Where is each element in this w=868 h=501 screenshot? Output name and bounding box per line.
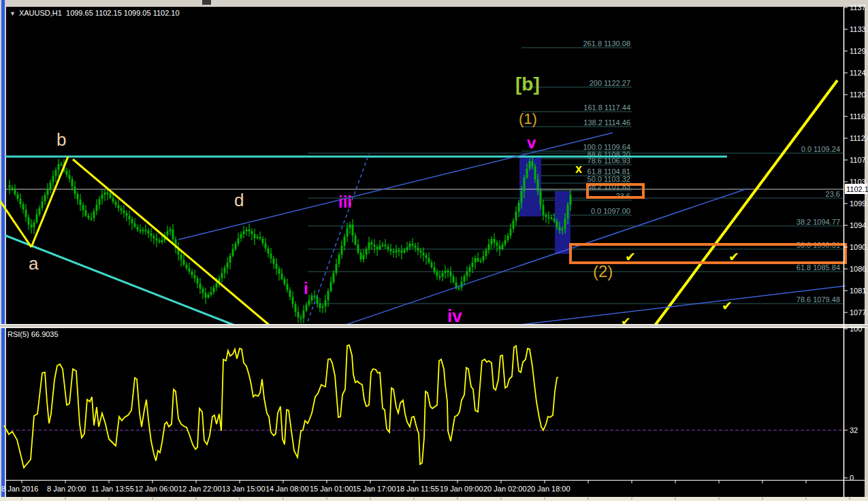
candle-body	[396, 251, 398, 253]
fib-level-label: 38.2 1094.77	[797, 218, 840, 226]
time-axis-label: 12 Jan 22:00	[178, 485, 222, 493]
candle-body	[477, 258, 479, 261]
candle-body	[145, 230, 147, 231]
candle-body	[347, 228, 349, 237]
candle-body	[325, 300, 327, 306]
candle-body	[251, 231, 253, 234]
candle-body	[398, 251, 400, 252]
wave-label-2: (2)	[593, 262, 613, 280]
candle-body	[101, 195, 103, 199]
fib-level-label: 0.0 1109.24	[801, 145, 840, 153]
wave-label-v: v	[527, 133, 536, 152]
symbol-dropdown-icon[interactable]: ▼	[10, 10, 16, 17]
candle-body	[80, 199, 82, 205]
candle-body	[191, 272, 193, 275]
candle-body	[526, 169, 528, 178]
chart-canvas[interactable]: 261.8 1130.08200 1122.27161.8 1117.44138…	[0, 0, 868, 501]
candle-body	[216, 283, 218, 288]
candle-body	[518, 203, 520, 212]
fib-level-label: 23.6	[826, 190, 840, 198]
candle-body	[47, 189, 49, 195]
candle-body	[513, 221, 515, 229]
wave-label-d: d	[234, 190, 244, 210]
time-axis-label: 13 Jan 15:00	[222, 485, 266, 493]
candle-body	[85, 210, 87, 216]
candle-body	[338, 255, 340, 263]
wave-label-1: (1)	[519, 110, 537, 127]
candle-body	[327, 291, 329, 300]
candle-body	[61, 164, 63, 165]
fib-level-label: 61.8 1085.84	[797, 263, 840, 272]
rsi-scale-label: 32	[850, 426, 858, 434]
candle-body	[537, 180, 539, 192]
candle-body	[229, 256, 231, 263]
candle-body	[273, 259, 275, 264]
candle-body	[371, 242, 373, 244]
candle-body	[58, 164, 60, 170]
candle-body	[82, 205, 84, 210]
fib-level-label: 78.6 1079.48	[797, 295, 840, 304]
candle-body	[148, 231, 150, 233]
pane-separator[interactable]	[0, 325, 868, 327]
price-axis-label: 1086.10	[850, 265, 868, 273]
price-axis-label: 1137.90	[850, 3, 868, 12]
candle-body	[485, 250, 487, 256]
candle-body	[281, 274, 283, 279]
candle-body	[25, 210, 27, 217]
candle-body	[74, 187, 76, 194]
candle-body	[300, 317, 302, 319]
candle-body	[379, 246, 381, 249]
candle-body	[36, 214, 38, 222]
candle-body	[461, 282, 463, 288]
candle-body	[77, 194, 79, 199]
candle-body	[447, 271, 449, 272]
candle-body	[254, 234, 256, 238]
check-mark-icon: ✔	[722, 299, 733, 313]
candle-body	[504, 240, 507, 245]
candle-body	[224, 268, 226, 274]
candle-body	[491, 239, 493, 244]
candle-body	[104, 193, 106, 195]
fib-level-label: 0.0 1097.00	[591, 207, 630, 215]
check-mark-icon: ✔	[728, 250, 739, 264]
candle-body	[464, 276, 466, 282]
candle-body	[69, 175, 71, 179]
candle-body	[110, 193, 112, 198]
candle-body	[306, 305, 308, 311]
candle-body	[431, 263, 433, 268]
candle-body	[194, 275, 196, 278]
candle-body	[205, 293, 207, 298]
candle-body	[488, 244, 490, 250]
candle-body	[529, 161, 531, 169]
candle-body	[123, 210, 125, 213]
candle-body	[298, 312, 300, 317]
candle-body	[390, 249, 392, 251]
candle-body	[357, 244, 359, 253]
candle-body	[502, 244, 504, 249]
candle-body	[510, 229, 512, 236]
candle-body	[570, 195, 572, 205]
candle-body	[385, 244, 387, 246]
candle-body	[366, 249, 368, 255]
price-axis-label: 1094.70	[850, 221, 868, 229]
candle-body	[387, 246, 389, 249]
candle-body	[292, 297, 294, 304]
candle-body	[363, 255, 365, 259]
candle-body	[259, 237, 261, 239]
candle-body	[406, 247, 408, 250]
price-axis-label: 1124.90	[850, 69, 868, 77]
candle-body	[238, 238, 240, 244]
time-axis-label: 12 Jan 06:00	[135, 485, 178, 493]
rsi-indicator-label: RSI(5) 66.9035	[7, 330, 59, 338]
fib-level-label: 261.8 1130.08	[583, 39, 630, 48]
candle-body	[52, 176, 54, 182]
candle-body	[183, 260, 185, 265]
candle-body	[227, 263, 229, 268]
candle-body	[417, 248, 419, 251]
candle-body	[213, 288, 215, 293]
wave-label-iv: iv	[447, 306, 462, 326]
candle-body	[126, 213, 128, 216]
candle-body	[170, 229, 172, 231]
candle-body	[499, 246, 501, 249]
candle-body	[189, 268, 191, 272]
